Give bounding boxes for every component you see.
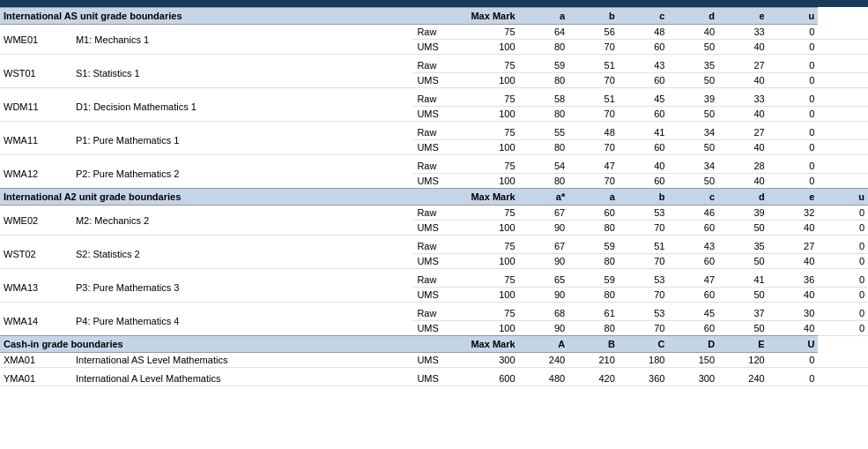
unit-code: WST01	[0, 58, 72, 88]
grade-value: 35	[668, 58, 718, 73]
row-type: UMS	[413, 40, 459, 55]
grade-header-D: D	[668, 336, 718, 353]
grade-value: 46	[668, 206, 718, 221]
grade-value: 37	[718, 306, 768, 321]
grade-value: 43	[619, 58, 669, 73]
row-type: UMS	[413, 107, 459, 122]
grade-value: 64	[519, 25, 569, 40]
grade-value: 51	[568, 92, 619, 107]
unit-name: D1: Decision Mathematics 1	[72, 92, 413, 122]
grade-header-b: b	[619, 189, 669, 206]
grade-header-c: c	[668, 189, 718, 206]
grade-value: 0	[818, 239, 868, 254]
grade-header-a: a	[568, 189, 619, 206]
row-type: Raw	[413, 159, 459, 174]
grade-header-e: e	[768, 189, 819, 206]
unit-code: WMA13	[0, 273, 72, 303]
grade-value: 61	[568, 306, 619, 321]
grade-header-u: u	[818, 189, 868, 206]
row-type: Raw	[413, 25, 459, 40]
row-type: UMS	[413, 174, 459, 189]
grade-value: 60	[619, 174, 669, 189]
grade-value: 40	[768, 221, 819, 236]
grade-value: 68	[519, 306, 569, 321]
grade-value: 0	[768, 140, 819, 155]
grade-value: 80	[568, 221, 619, 236]
grade-value: 53	[619, 273, 669, 288]
grade-value: 41	[619, 125, 669, 140]
grade-value: 60	[568, 206, 619, 221]
grade-value: 0	[818, 254, 868, 269]
max-mark-value: 100	[460, 73, 519, 88]
grade-value: 50	[718, 254, 768, 269]
unit-name: P3: Pure Mathematics 3	[72, 273, 413, 303]
grade-header-u: u	[768, 8, 819, 25]
section-label: International A2 unit grade boundaries	[0, 189, 460, 206]
grade-header-E: E	[718, 336, 768, 353]
grade-value: 40	[718, 73, 768, 88]
row-type: Raw	[413, 125, 459, 140]
grade-value: 70	[568, 107, 619, 122]
grade-value: 60	[668, 254, 718, 269]
unit-name: P2: Pure Mathematics 2	[72, 159, 413, 189]
grade-value: 0	[818, 221, 868, 236]
grade-header-a*: a*	[519, 189, 569, 206]
row-type: UMS	[413, 73, 459, 88]
grade-value: 67	[519, 239, 569, 254]
max-mark-value: 100	[460, 254, 519, 269]
grade-value: 40	[768, 254, 819, 269]
grade-value: 60	[619, 107, 669, 122]
grade-value: 39	[718, 206, 768, 221]
grade-value: 180	[619, 353, 669, 368]
max-mark-value: 75	[460, 58, 519, 73]
grade-value: 80	[568, 288, 619, 303]
grade-value: 70	[568, 40, 619, 55]
unit-row: XMA01International AS Level MathematicsU…	[0, 353, 868, 368]
unit-row: WDM11D1: Decision Mathematics 1Raw755851…	[0, 92, 868, 107]
row-type: Raw	[413, 206, 459, 221]
grade-boundaries-table: International AS unit grade boundariesMa…	[0, 7, 868, 386]
max-mark-value: 75	[460, 125, 519, 140]
grade-value: 50	[668, 140, 718, 155]
grade-value: 50	[718, 321, 768, 336]
max-mark-value: 100	[460, 221, 519, 236]
grade-value: 70	[619, 254, 669, 269]
row-type: Raw	[413, 92, 459, 107]
grade-value: 40	[668, 25, 718, 40]
unit-name: S1: Statistics 1	[72, 58, 413, 88]
grade-value: 0	[818, 206, 868, 221]
grade-value: 0	[768, 371, 819, 386]
grade-value: 40	[718, 140, 768, 155]
grade-value: 59	[568, 273, 619, 288]
grade-value: 51	[568, 58, 619, 73]
unit-name: M1: Mechanics 1	[72, 25, 413, 55]
grade-value: 41	[718, 273, 768, 288]
title-bar	[0, 0, 868, 7]
unit-code: YMA01	[0, 371, 72, 386]
grade-value: 51	[619, 239, 669, 254]
grade-value: 34	[668, 159, 718, 174]
max-mark-value: 75	[460, 306, 519, 321]
grade-value: 0	[818, 306, 868, 321]
grade-value: 34	[668, 125, 718, 140]
grade-value: 47	[568, 159, 619, 174]
row-type: UMS	[413, 140, 459, 155]
grade-value: 90	[519, 288, 569, 303]
grade-value: 45	[668, 306, 718, 321]
section-header-cash-in: Cash-in grade boundariesMax MarkABCDEU	[0, 336, 868, 353]
unit-row: WST02S2: Statistics 2Raw756759514335270	[0, 239, 868, 254]
grade-value: 70	[568, 73, 619, 88]
grade-value: 50	[718, 288, 768, 303]
grade-value: 48	[619, 25, 669, 40]
grade-value: 40	[718, 40, 768, 55]
grade-header-B: B	[568, 336, 619, 353]
grade-value: 50	[668, 174, 718, 189]
grade-value: 480	[519, 371, 569, 386]
max-mark-header: Max Mark	[460, 189, 519, 206]
grade-value: 58	[519, 92, 569, 107]
grade-value: 48	[568, 125, 619, 140]
grade-value: 40	[718, 174, 768, 189]
grade-header-e: e	[718, 8, 768, 25]
max-mark-value: 75	[460, 239, 519, 254]
max-mark-value: 100	[460, 40, 519, 55]
